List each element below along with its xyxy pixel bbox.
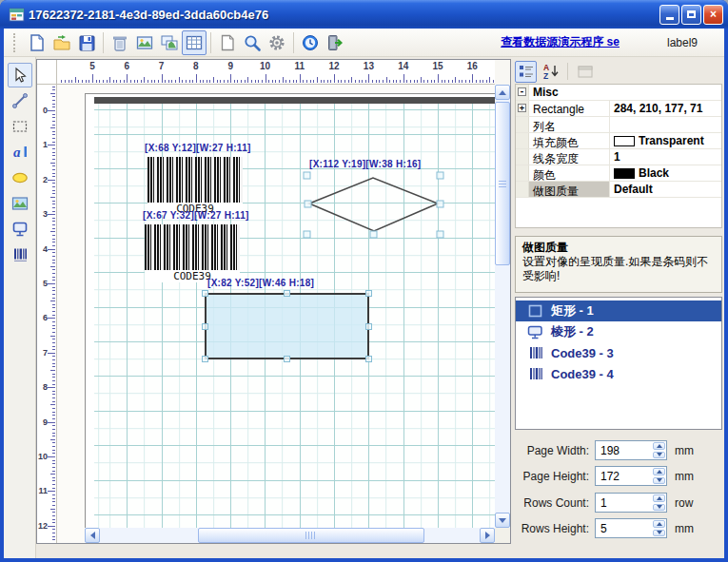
resize-handle[interactable] — [365, 323, 372, 330]
vertical-scrollbar[interactable] — [495, 85, 510, 528]
about-button[interactable] — [298, 30, 323, 55]
property-value[interactable]: 1 — [610, 149, 721, 165]
spinner[interactable] — [652, 494, 666, 512]
tool-ellipse[interactable] — [8, 165, 32, 190]
minimize-button[interactable] — [659, 5, 679, 25]
canvas-viewport[interactable]: [X:68 Y:12][W:27 H:11] CODE39 [X:67 Y:32… — [57, 85, 495, 528]
spinner[interactable] — [652, 441, 666, 459]
settings-button[interactable] — [265, 30, 289, 55]
diamond-handles[interactable] — [304, 172, 443, 238]
spinner[interactable] — [652, 519, 666, 537]
ruler-tick — [303, 80, 304, 83]
scroll-left-button[interactable] — [85, 528, 100, 543]
resize-handle[interactable] — [284, 356, 290, 362]
ruler-tick — [52, 408, 55, 409]
save-button[interactable] — [74, 30, 99, 55]
resize-handle[interactable] — [284, 290, 290, 297]
ruler-tick — [52, 380, 55, 381]
scroll-down-button[interactable] — [495, 513, 510, 528]
ruler-tick — [52, 391, 55, 392]
ruler-number: 7 — [37, 348, 48, 358]
property-value-text: Transparent — [639, 134, 704, 147]
spin-up-button[interactable] — [653, 494, 665, 502]
barcode1-bars — [148, 157, 243, 203]
ruler-tick — [52, 87, 55, 87]
spin-down-button[interactable] — [653, 452, 665, 459]
tool-rectangle[interactable] — [8, 114, 32, 139]
setting-value[interactable]: 5 — [596, 519, 652, 537]
categorized-button[interactable] — [515, 61, 537, 83]
property-value[interactable]: Default — [610, 182, 721, 197]
page-button[interactable] — [215, 30, 240, 55]
open-button[interactable] — [49, 30, 74, 55]
zoom-button[interactable] — [240, 30, 265, 55]
spinner[interactable] — [652, 467, 666, 485]
ruler-tick — [431, 80, 432, 83]
ruler-tick — [237, 80, 238, 83]
setting-input[interactable]: 1 — [595, 493, 667, 513]
new-document-button[interactable] — [25, 30, 49, 55]
window-content: 查看数据源演示程序 se label9 a — [4, 29, 724, 558]
resize-handle[interactable] — [202, 290, 208, 297]
horizontal-scrollbar[interactable] — [85, 528, 495, 543]
spin-down-button[interactable] — [653, 504, 665, 512]
setting-value[interactable]: 1 — [596, 494, 652, 512]
tool-pointer[interactable] — [8, 63, 32, 87]
setting-value[interactable]: 172 — [596, 467, 652, 485]
spin-up-button[interactable] — [653, 442, 665, 450]
ruler-tick — [182, 80, 183, 83]
setting-value[interactable]: 198 — [596, 441, 652, 459]
ruler-tick — [52, 186, 55, 187]
setting-input[interactable]: 172 — [595, 466, 667, 486]
copy-images-button[interactable] — [157, 30, 182, 55]
ruler-tick — [158, 80, 159, 83]
resize-handle[interactable] — [202, 356, 208, 362]
list-item[interactable]: 矩形 - 1 — [516, 300, 721, 321]
grid-view-button[interactable] — [182, 30, 207, 55]
vertical-scroll-thumb[interactable] — [495, 102, 510, 265]
image-button[interactable] — [132, 30, 157, 55]
resize-handle[interactable] — [365, 290, 372, 297]
ruler-tick — [493, 80, 494, 83]
delete-button[interactable] — [108, 30, 132, 55]
property-value[interactable]: 284, 210, 177, 71 — [610, 101, 721, 116]
property-value[interactable]: Black — [610, 165, 721, 181]
property-row: 列名 — [516, 117, 721, 133]
setting-input[interactable]: 198 — [595, 440, 667, 460]
tool-text[interactable]: a — [8, 140, 32, 165]
barcode2-object[interactable]: CODE39 — [145, 224, 240, 282]
tool-polygon[interactable] — [8, 217, 32, 242]
scroll-up-button[interactable] — [495, 85, 510, 100]
list-item[interactable]: Code39 - 3 — [516, 342, 721, 363]
tool-picture[interactable] — [8, 191, 32, 216]
spin-up-button[interactable] — [653, 468, 665, 475]
spin-down-button[interactable] — [653, 477, 665, 485]
rectangle-object[interactable] — [205, 293, 369, 359]
exit-button[interactable] — [323, 30, 347, 55]
tool-barcode[interactable] — [8, 242, 32, 267]
scroll-right-button[interactable] — [480, 528, 495, 543]
spin-up-button[interactable] — [653, 520, 665, 528]
spin-down-button[interactable] — [653, 530, 665, 537]
tool-line[interactable] — [8, 88, 32, 113]
property-value[interactable]: Transparent — [610, 133, 721, 148]
property-value[interactable] — [610, 117, 721, 132]
ruler-tick — [103, 80, 104, 83]
horizontal-scroll-thumb[interactable] — [198, 528, 424, 543]
ruler-tick — [52, 107, 55, 107]
resize-handle[interactable] — [365, 356, 372, 362]
resize-handle[interactable] — [202, 323, 208, 330]
maximize-button[interactable] — [681, 5, 701, 25]
alphabetical-sort-button[interactable]: AZ — [540, 61, 561, 83]
ruler-tick — [52, 332, 55, 333]
setting-unit: mm — [675, 444, 694, 457]
close-button[interactable]: × — [703, 5, 723, 25]
setting-input[interactable]: 5 — [595, 518, 667, 538]
datasource-demo-link[interactable]: 查看数据源演示程序 se — [501, 34, 620, 50]
diamond-object[interactable] — [301, 171, 449, 243]
barcode1-object[interactable]: CODE39 — [148, 157, 243, 215]
expand-icon: + — [518, 104, 526, 112]
list-item[interactable]: 棱形 - 2 — [516, 321, 721, 342]
list-item[interactable]: Code39 - 4 — [516, 363, 721, 384]
ruler-tick — [213, 77, 214, 83]
